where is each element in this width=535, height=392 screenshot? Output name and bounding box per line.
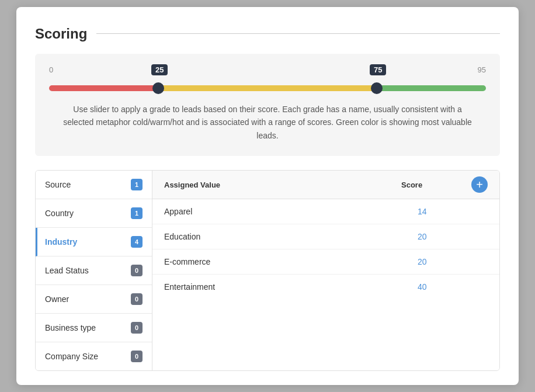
table-row: Education20 — [152, 224, 499, 249]
row-score: 20 — [418, 232, 488, 241]
slider-thumb-2[interactable] — [371, 82, 383, 94]
row-label: E-commerce — [164, 257, 418, 266]
slider-track-container[interactable] — [49, 83, 486, 93]
sidebar-item-industry[interactable]: Industry4 — [36, 228, 152, 256]
sidebar-item-lead-status[interactable]: Lead Status0 — [36, 256, 152, 285]
right-content: Assigned Value Score + Apparel14Educatio… — [152, 171, 499, 370]
sidebar-item-label: Source — [45, 180, 71, 189]
sidebar-item-badge: 1 — [131, 207, 143, 219]
slider-thumb-1[interactable] — [152, 82, 164, 94]
sidebar-item-owner[interactable]: Owner0 — [36, 285, 152, 314]
table-row: Apparel14 — [152, 199, 499, 224]
row-score: 20 — [418, 257, 488, 266]
title-divider — [96, 33, 500, 34]
table-row: E-commerce20 — [152, 249, 499, 275]
slider-max-label: 95 — [478, 65, 486, 74]
sidebar-item-badge: 0 — [131, 322, 143, 334]
slider-track — [49, 85, 486, 91]
main-content: Source1Country1Industry4Lead Status0Owne… — [35, 170, 500, 371]
row-label: Education — [164, 232, 418, 241]
sidebar-item-country[interactable]: Country1 — [36, 199, 152, 228]
sidebar-item-badge: 4 — [131, 236, 143, 248]
sidebar-item-badge: 1 — [131, 179, 143, 190]
slider-min-label: 0 — [49, 65, 53, 74]
sidebar-item-business-type[interactable]: Business type0 — [36, 314, 152, 342]
sidebar-item-label: Business type — [45, 323, 96, 332]
col-score-header: Score — [401, 181, 471, 189]
col-assigned-value-header: Assigned Value — [164, 181, 401, 189]
table-row: Entertainment40 — [152, 275, 499, 299]
sidebar-item-badge: 0 — [131, 293, 143, 305]
sidebar-item-company-size[interactable]: Company Size0 — [36, 342, 152, 370]
section-header: Scoring — [35, 26, 500, 42]
sidebar-item-badge: 0 — [131, 351, 143, 362]
scoring-card: Scoring 0 25 75 95 Use slider to apply a… — [16, 7, 519, 385]
page-title: Scoring — [35, 26, 87, 42]
sidebar-item-label: Industry — [45, 237, 77, 247]
slider-description: Use slider to apply a grade to leads bas… — [49, 103, 486, 142]
sidebar-item-label: Company Size — [45, 352, 98, 361]
slider-section: 0 25 75 95 Use slider to apply a grade t… — [35, 54, 500, 156]
slider-labels-row: 0 25 75 95 — [49, 65, 486, 81]
sidebar-item-label: Owner — [45, 294, 69, 304]
add-row-button[interactable]: + — [471, 176, 488, 193]
table-header: Assigned Value Score + — [152, 171, 499, 199]
sidebar-item-label: Country — [45, 209, 74, 218]
sidebar-item-source[interactable]: Source1 — [36, 171, 152, 199]
sidebar-item-badge: 0 — [131, 265, 143, 276]
row-score: 14 — [418, 207, 488, 216]
sidebar: Source1Country1Industry4Lead Status0Owne… — [36, 171, 152, 370]
row-label: Apparel — [164, 207, 418, 216]
row-score: 40 — [418, 282, 488, 292]
slider-handle1-label: 25 — [151, 65, 168, 74]
slider-handle2-label: 75 — [370, 65, 386, 74]
row-label: Entertainment — [164, 282, 418, 292]
sidebar-item-label: Lead Status — [45, 266, 89, 275]
